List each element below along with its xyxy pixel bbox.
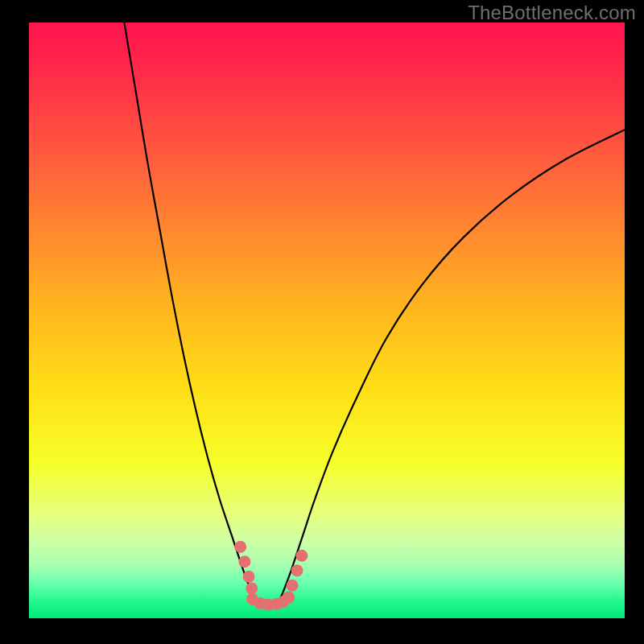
right-wall-marker-dot (291, 564, 303, 576)
left-wall-marker-dot (243, 571, 255, 583)
left-wall-marker-dot (234, 541, 246, 553)
watermark-text: TheBottleneck.com (468, 2, 636, 24)
chart-frame: TheBottleneck.com (0, 0, 644, 644)
curve-layer (29, 23, 625, 618)
curve-right-branch (283, 130, 625, 594)
floor-marker-dot (283, 592, 295, 604)
right-wall-marker-dot (295, 550, 308, 562)
plot-area (29, 23, 625, 618)
left-wall-marker-dot (238, 555, 250, 568)
left-wall-marker-dot (246, 583, 258, 595)
curve-left-branch (124, 23, 252, 594)
right-wall-marker-dot (287, 580, 299, 592)
